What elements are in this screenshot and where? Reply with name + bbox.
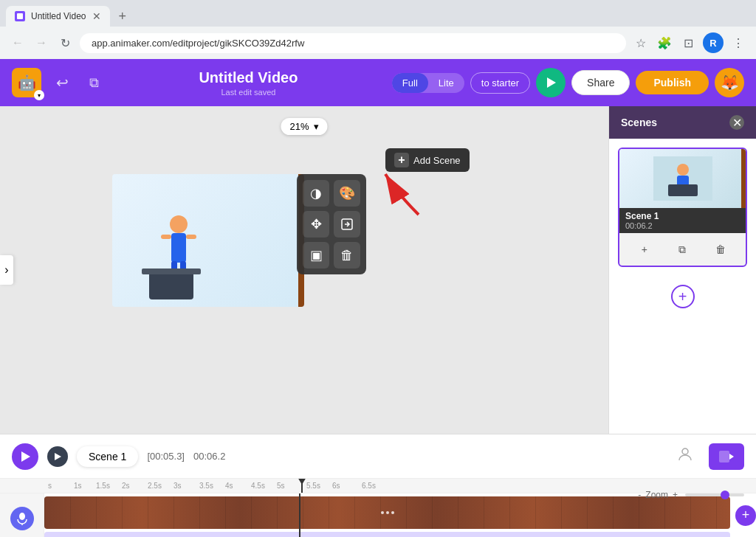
ruler-mark-1s: 1s: [74, 482, 82, 490]
browser-actions: ☆ 🧩 ⊡ R ⋮: [632, 32, 747, 53]
lite-view-button[interactable]: Lite: [428, 73, 464, 93]
tab-title: Untitled Video: [31, 11, 86, 21]
mascot-button[interactable]: 🦊: [715, 68, 744, 97]
transform-button[interactable]: [334, 211, 360, 238]
add-scene-button[interactable]: + Add Scene: [385, 148, 470, 172]
address-input[interactable]: [80, 33, 626, 53]
add-scene-label: Add Scene: [413, 155, 461, 166]
scene-delete-button[interactable]: 🗑: [710, 239, 731, 260]
zoom-slider[interactable]: [685, 493, 744, 496]
bookmark-button[interactable]: ☆: [632, 34, 650, 52]
zoom-value: 21%: [289, 121, 309, 132]
zoom-text-label: Zoom: [645, 490, 668, 500]
scene-strip: Scene 1 [00:05.3] 00:06.2: [0, 434, 756, 479]
upgrade-button[interactable]: to starter: [470, 72, 530, 94]
forward-button[interactable]: →: [32, 34, 50, 52]
logo-button[interactable]: 🤖 ▾: [12, 68, 41, 97]
zoom-control[interactable]: 21% ▾: [281, 118, 327, 135]
ruler-mark-4.5s: 4.5s: [251, 482, 265, 490]
arrow-indicator: [374, 170, 433, 225]
timeline-section: Scene 1 [00:05.3] 00:06.2 s 1s 1.5s 2s 2…: [0, 434, 756, 537]
svg-point-0: [170, 215, 188, 233]
canvas-content: ◑ 🎨 ✥ ▣ 🗑 + Add Scene: [112, 174, 496, 395]
background-button[interactable]: ▣: [303, 242, 329, 268]
svg-rect-7: [142, 268, 201, 274]
ruler-mark-2.5s: 2.5s: [148, 482, 162, 490]
ruler-mark-6.5s: 6.5s: [362, 482, 376, 490]
copy-button[interactable]: ⧉: [83, 69, 105, 97]
svg-point-11: [677, 164, 689, 176]
audio-track-label: [0, 500, 44, 537]
zoom-plus-label[interactable]: +: [673, 490, 678, 500]
scene-video-thumbnail[interactable]: [709, 443, 744, 470]
tab-favicon: [15, 11, 25, 21]
ruler-mark-2s: 2s: [122, 482, 130, 490]
playhead-head: [298, 479, 306, 485]
cast-button[interactable]: ⊡: [679, 34, 697, 52]
scene-play-big-button[interactable]: [12, 443, 38, 470]
svg-rect-4: [161, 235, 171, 239]
svg-rect-13: [668, 184, 698, 196]
scene-1-image: [619, 149, 746, 208]
zoom-slider-thumb: [721, 491, 729, 499]
profile-button[interactable]: R: [703, 32, 724, 53]
scene-bracket-time: [00:05.3]: [147, 451, 185, 462]
extensions-button[interactable]: 🧩: [656, 34, 673, 52]
scenes-panel: Scenes ✕ Scene 1 00:06.2 +: [608, 106, 756, 434]
audio-icon: [10, 507, 34, 530]
header-title-area: Untitled Video Last edit saved: [114, 69, 383, 97]
active-tab[interactable]: Untitled Video ✕: [6, 6, 110, 27]
playhead: [301, 479, 303, 493]
full-view-button[interactable]: Full: [392, 73, 428, 93]
scene-1-actions: + ⧉ 🗑: [619, 233, 746, 266]
ruler-mark-1.5s: 1.5s: [96, 482, 110, 490]
move-button[interactable]: ✥: [303, 211, 329, 238]
share-button[interactable]: Share: [571, 70, 630, 95]
scenes-close-button[interactable]: ✕: [729, 115, 744, 130]
scenes-title: Scenes: [621, 117, 657, 128]
video-track-bar[interactable]: [44, 496, 730, 529]
tab-close-button[interactable]: ✕: [92, 10, 101, 22]
scene-duplicate-button[interactable]: ⧉: [672, 239, 693, 260]
audio-track-1[interactable]: d.mp3: [44, 532, 730, 537]
color-button[interactable]: 🎨: [334, 180, 360, 207]
menu-button[interactable]: ⋮: [729, 34, 747, 52]
scene-1-duration: 00:06.2: [625, 221, 740, 230]
reload-button[interactable]: ↻: [56, 34, 74, 52]
left-panel-toggle[interactable]: ›: [0, 255, 13, 285]
canvas-area: › 21% ▾: [0, 106, 608, 434]
add-scene-panel-button[interactable]: +: [609, 276, 756, 317]
browser-chrome: Untitled Video ✕ + ← → ↻ ☆ 🧩 ⊡ R ⋮: [0, 0, 756, 59]
ruler-mark-6s: 6s: [332, 482, 340, 490]
app-header: 🤖 ▾ ↩ ⧉ Untitled Video Last edit saved F…: [0, 59, 756, 106]
zoom-minus-label[interactable]: -: [638, 490, 641, 500]
ruler-mark-start: s: [48, 482, 52, 490]
preview-play-button[interactable]: [536, 68, 566, 97]
svg-rect-1: [171, 233, 186, 263]
zoom-dropdown-icon: ▾: [314, 121, 319, 132]
scene-1-thumbnail[interactable]: Scene 1 00:06.2 + ⧉ 🗑: [618, 148, 747, 267]
tab-bar: Untitled Video ✕ +: [0, 0, 756, 27]
project-title: Untitled Video: [114, 69, 383, 86]
scenes-header: Scenes ✕: [609, 106, 756, 139]
svg-rect-15: [719, 451, 729, 462]
new-tab-button[interactable]: +: [113, 9, 133, 24]
ruler-mark-3s: 3s: [173, 482, 182, 490]
scene-duration-time: 00:06.2: [193, 451, 225, 462]
add-scene-plus-icon: +: [394, 153, 409, 167]
back-button[interactable]: ←: [9, 34, 27, 52]
style-button[interactable]: ◑: [303, 180, 329, 207]
delete-button[interactable]: 🗑: [334, 242, 360, 268]
add-track-button[interactable]: +: [735, 505, 756, 526]
avatar-icon: [676, 446, 694, 467]
scene-add-button[interactable]: +: [634, 239, 655, 260]
scene-play-small-button[interactable]: [47, 446, 68, 467]
view-toggle: Full Lite: [392, 73, 464, 93]
header-actions: Full Lite to starter Share Publish 🦊: [392, 68, 744, 97]
publish-button[interactable]: Publish: [636, 71, 709, 94]
track-menu-dots[interactable]: [381, 511, 394, 514]
context-menu: ◑ 🎨 ✥ ▣ 🗑: [297, 174, 366, 274]
undo-button[interactable]: ↩: [50, 68, 75, 97]
scene-1-name: Scene 1: [625, 211, 740, 221]
address-bar: ← → ↻ ☆ 🧩 ⊡ R ⋮: [0, 27, 756, 59]
